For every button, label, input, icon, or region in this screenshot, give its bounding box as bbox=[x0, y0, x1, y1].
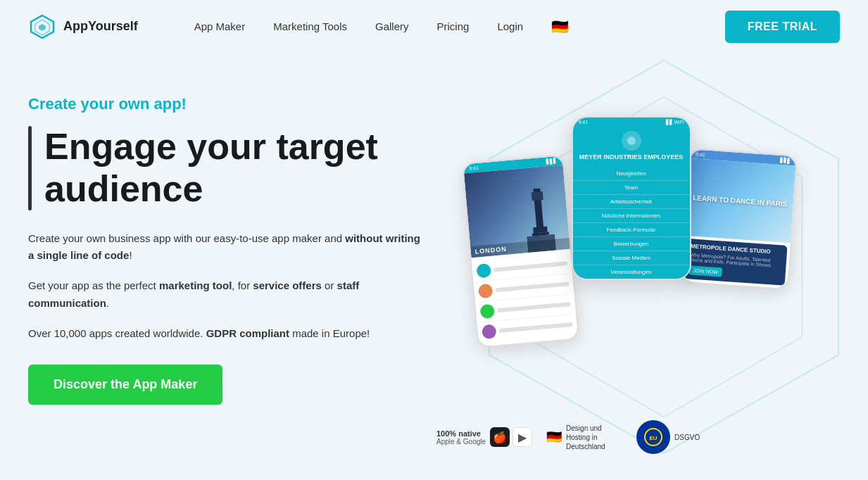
logo-text: AppYourself bbox=[63, 19, 138, 34]
apple-store-icon[interactable]: 🍎 bbox=[490, 427, 510, 447]
phone-center: 9:41 ▋▋ WiFi MEYER INDUSTRIES EMPLOYEES … bbox=[572, 116, 691, 280]
phone-menu-veranstaltungen: Veranstaltungen bbox=[573, 265, 690, 279]
hero-heading: Engage your target audience bbox=[44, 126, 378, 210]
phone-menu-nutz: Nützliche Informationen bbox=[573, 209, 690, 223]
badge-design: 🇩🇪 Design und Hosting in Deutschland bbox=[546, 424, 622, 451]
phone-left-dot-1 bbox=[476, 263, 491, 279]
hero-heading-line2: audience bbox=[44, 168, 203, 209]
phone-menu-team: Team bbox=[573, 181, 690, 195]
free-trial-button[interactable]: FREE TRIAL bbox=[725, 11, 840, 43]
badge-native-label: 100% native bbox=[436, 429, 486, 438]
phones-container: 9:41 ▋▋▋ LONDON bbox=[448, 116, 814, 412]
svg-rect-7 bbox=[533, 227, 548, 234]
phone-left: 9:41 ▋▋▋ LONDON bbox=[461, 154, 579, 348]
hero-body-2-end2: . bbox=[106, 297, 109, 309]
badge-native: 100% native Apple & Google 🍎 ▶ bbox=[436, 427, 532, 447]
hero-body-2-end: or bbox=[322, 279, 337, 291]
main-content: Create your own app! Engage your target … bbox=[0, 53, 868, 480]
hero-right: 9:41 ▋▋▋ LONDON bbox=[422, 81, 840, 461]
phone-right-card: METROPOLE DANCE STUDIO Why Metropole? Fo… bbox=[684, 239, 787, 286]
svg-marker-2 bbox=[39, 24, 46, 31]
phone-right-signal: ▋▋▋ bbox=[779, 158, 791, 164]
svg-point-10 bbox=[627, 137, 636, 145]
hero-subtitle: Create your own app! bbox=[28, 95, 422, 113]
nav-gallery[interactable]: Gallery bbox=[375, 20, 409, 32]
phone-menu-neuigkeiten: Neuigkeiten bbox=[573, 167, 690, 181]
german-flag-badge: 🇩🇪 bbox=[546, 429, 562, 445]
phone-left-dot-4 bbox=[481, 324, 496, 339]
main-nav: App Maker Marketing Tools Gallery Pricin… bbox=[194, 18, 725, 35]
phone-center-status: 9:41 ▋▋ WiFi bbox=[573, 118, 690, 127]
badge-dsgvo-text: DSGVO bbox=[674, 434, 700, 441]
language-flag[interactable]: 🇩🇪 bbox=[551, 18, 569, 35]
hero-body-2-mid: , for bbox=[232, 279, 253, 291]
hero-body-1-end: ! bbox=[129, 249, 132, 261]
discover-app-maker-button[interactable]: Discover the App Maker bbox=[28, 365, 222, 405]
phone-right-join-btn[interactable]: JOIN NOW bbox=[688, 266, 722, 277]
phone-menu-feedback: Feedback-Formular bbox=[573, 223, 690, 237]
svg-text:EU: EU bbox=[650, 435, 658, 441]
phone-menu-soziale: Soziale Medien bbox=[573, 251, 690, 265]
badge-stores-label: Apple & Google bbox=[436, 438, 486, 446]
phone-center-brand: MEYER INDUSTRIES EMPLOYEES bbox=[573, 127, 690, 167]
phone-left-text-4 bbox=[498, 322, 572, 333]
dsgvo-badge-icon: EU bbox=[636, 420, 670, 454]
hero-bar bbox=[28, 126, 32, 210]
hero-body-1: Create your own business app with our ea… bbox=[28, 230, 422, 265]
badge-dsgvo: EU DSGVO bbox=[636, 420, 700, 454]
logo-icon bbox=[28, 13, 56, 41]
phone-menu-arbeit: Arbeitssicherheit bbox=[573, 195, 690, 209]
phone-menu-bewerbungen: Bewerbungen bbox=[573, 237, 690, 251]
hero-body-2-bold1: marketing tool bbox=[159, 279, 232, 291]
phone-right-dance-title: LEARN TO DANCE IN PARIS bbox=[692, 193, 787, 208]
svg-rect-6 bbox=[531, 191, 543, 201]
dsgvo-star-svg: EU bbox=[643, 427, 663, 447]
phone-left-image: LONDON bbox=[464, 165, 570, 258]
nav-pricing[interactable]: Pricing bbox=[437, 20, 470, 32]
phone-left-dot-3 bbox=[479, 304, 495, 320]
phone-left-text-1 bbox=[493, 261, 567, 272]
phone-right-image: LEARN TO DANCE IN PARIS bbox=[684, 158, 795, 243]
phone-center-brand-icon bbox=[622, 131, 641, 151]
badges-row: 100% native Apple & Google 🍎 ▶ 🇩🇪 Design… bbox=[422, 420, 840, 454]
hero-heading-wrap: Engage your target audience bbox=[28, 126, 422, 210]
hero-body-2: Get your app as the perfect marketing to… bbox=[28, 277, 422, 312]
hero-heading-line1: Engage your target bbox=[44, 126, 378, 167]
phone-right-time: 9:41 bbox=[695, 152, 705, 158]
hero-body-1-plain: Create your own business app with our ea… bbox=[28, 232, 345, 244]
phone-left-text-3 bbox=[496, 302, 570, 312]
phone-center-time: 9:41 bbox=[579, 120, 589, 125]
header: AppYourself App Maker Marketing Tools Ga… bbox=[0, 0, 868, 53]
phone-center-brand-title: MEYER INDUSTRIES EMPLOYEES bbox=[576, 153, 687, 161]
hero-body-3-start: Over 10,000 apps created worldwide. bbox=[28, 327, 206, 339]
phone-right: 9:41 ▋▋▋ LEARN TO DANCE IN PARIS METROPO… bbox=[679, 148, 798, 291]
hero-body-3-end: made in Europe! bbox=[289, 327, 370, 339]
badge-native-text: 100% native Apple & Google bbox=[436, 429, 486, 446]
phone-left-content bbox=[471, 249, 578, 347]
google-store-icon[interactable]: ▶ bbox=[512, 427, 532, 447]
logo[interactable]: AppYourself bbox=[28, 13, 138, 41]
badge-design-label: Design und Hosting in Deutschland bbox=[566, 424, 622, 451]
phone-left-time: 9:41 bbox=[469, 165, 479, 172]
hero-body-3: Over 10,000 apps created worldwide. GDPR… bbox=[28, 325, 422, 343]
nav-marketing-tools[interactable]: Marketing Tools bbox=[273, 20, 347, 32]
badge-dsgvo-label: DSGVO bbox=[674, 433, 700, 442]
nav-app-maker[interactable]: App Maker bbox=[194, 20, 246, 32]
hero-body-2-start: Get your app as the perfect bbox=[28, 279, 159, 291]
phone-center-signal: ▋▋ WiFi bbox=[666, 120, 684, 125]
phone-left-dot-2 bbox=[477, 284, 493, 299]
hero-body-2-bold2: service offers bbox=[253, 279, 322, 291]
hero-left: Create your own app! Engage your target … bbox=[28, 81, 422, 405]
nav-login[interactable]: Login bbox=[497, 20, 523, 32]
phone-left-signal: ▋▋▋ bbox=[546, 158, 557, 165]
badge-store-icons: 🍎 ▶ bbox=[490, 427, 532, 447]
phone-left-text-2 bbox=[495, 282, 569, 292]
hero-body-3-bold: GDPR compliant bbox=[206, 327, 289, 339]
